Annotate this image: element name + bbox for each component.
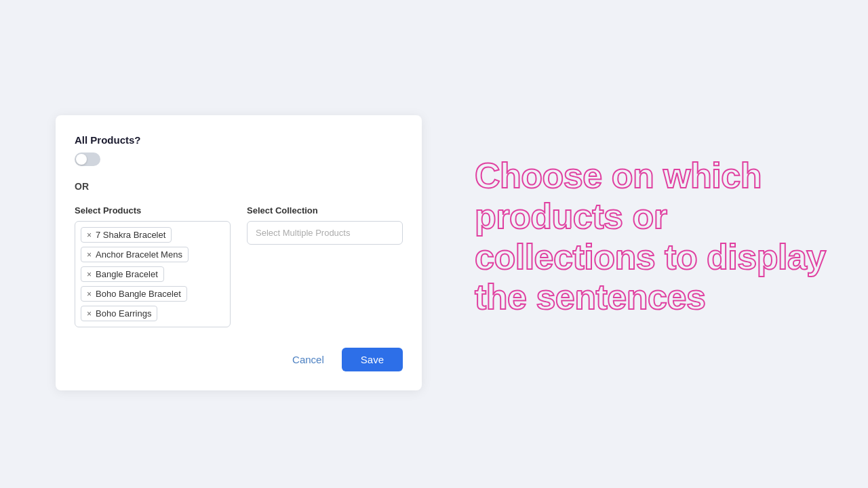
tag-label-boho-earrings: Boho Earrings: [96, 308, 151, 319]
toggle-container: [75, 152, 403, 169]
dialog-panel: All Products? OR Select Products × 7 Sha…: [56, 115, 422, 390]
all-products-toggle[interactable]: [75, 152, 100, 166]
tag-anchor-bracelet-mens: × Anchor Bracelet Mens: [81, 247, 189, 262]
select-collection-section: Select Collection: [247, 205, 403, 327]
tag-remove-7-shakra[interactable]: ×: [87, 231, 92, 239]
dialog-footer: Cancel Save: [75, 348, 403, 371]
tag-label-bangle-bracelet: Bangle Bracelet: [96, 269, 158, 279]
products-tags-box: × 7 Shakra Bracelet × Anchor Bracelet Me…: [75, 221, 231, 327]
collection-input[interactable]: [247, 221, 403, 245]
toggle-knob: [76, 154, 87, 165]
tag-label-7-shakra: 7 Shakra Bracelet: [96, 230, 165, 240]
tag-bangle-bracelet: × Bangle Bracelet: [81, 266, 164, 282]
save-button[interactable]: Save: [342, 348, 403, 371]
tag-remove-anchor-bracelet[interactable]: ×: [87, 251, 92, 259]
cancel-button[interactable]: Cancel: [284, 348, 332, 371]
select-collection-label: Select Collection: [247, 205, 403, 216]
selectors-row: Select Products × 7 Shakra Bracelet × An…: [75, 205, 403, 327]
tag-boho-earrings: × Boho Earrings: [81, 306, 157, 321]
tag-remove-boho-bangle[interactable]: ×: [87, 290, 92, 298]
tag-label-boho-bangle: Boho Bangle Bracelet: [96, 289, 181, 299]
tag-7-shakra-bracelet: × 7 Shakra Bracelet: [81, 227, 172, 243]
select-products-section: Select Products × 7 Shakra Bracelet × An…: [75, 205, 231, 327]
or-label: OR: [75, 181, 403, 192]
tag-remove-boho-earrings[interactable]: ×: [87, 310, 92, 318]
page-container: All Products? OR Select Products × 7 Sha…: [0, 0, 868, 488]
promo-text: Choose on which products or collections …: [475, 156, 827, 318]
tag-boho-bangle-bracelet: × Boho Bangle Bracelet: [81, 286, 187, 302]
tag-label-anchor-bracelet: Anchor Bracelet Mens: [96, 249, 182, 260]
all-products-label: All Products?: [75, 134, 403, 146]
select-products-label: Select Products: [75, 205, 231, 216]
tag-remove-bangle-bracelet[interactable]: ×: [87, 270, 92, 279]
